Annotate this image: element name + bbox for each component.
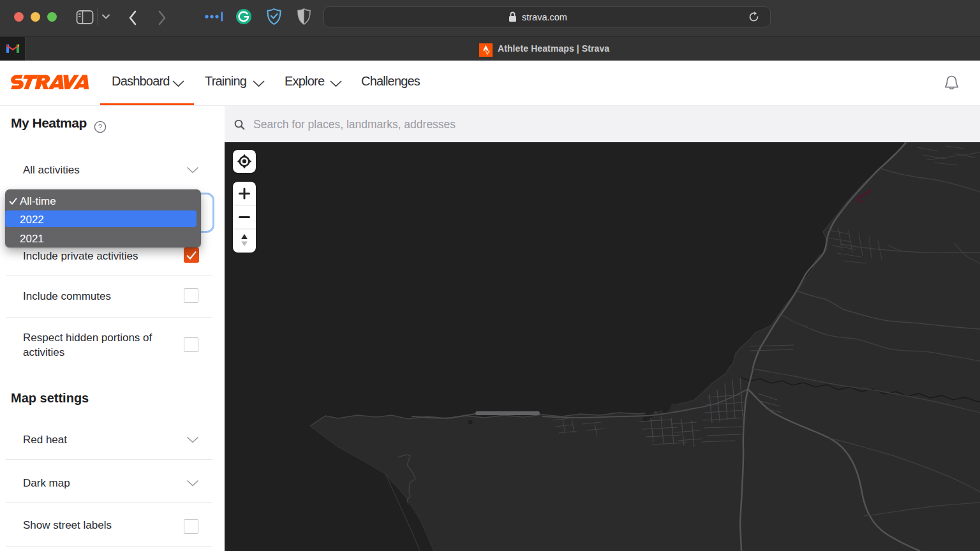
svg-text:?: ? [98,123,102,131]
